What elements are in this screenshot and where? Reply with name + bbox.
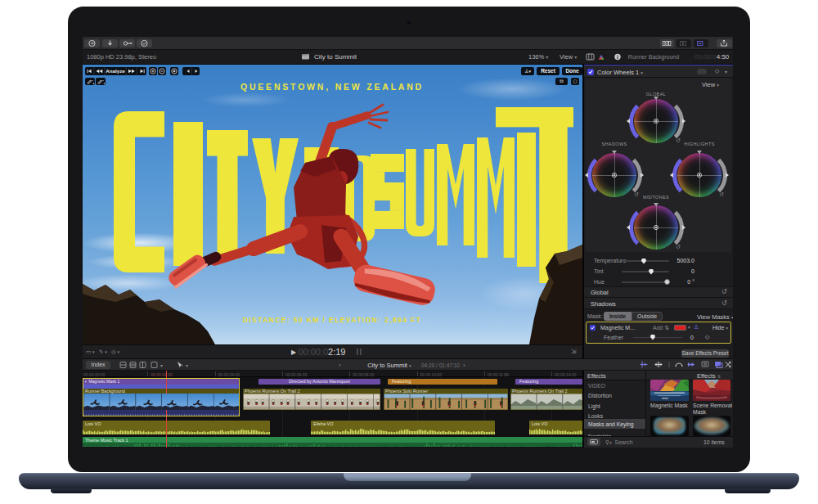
svg-text:▾: ▾ [160,363,163,368]
svg-text:▾: ▾ [186,363,188,368]
svg-text:Analyze: Analyze [106,68,125,74]
